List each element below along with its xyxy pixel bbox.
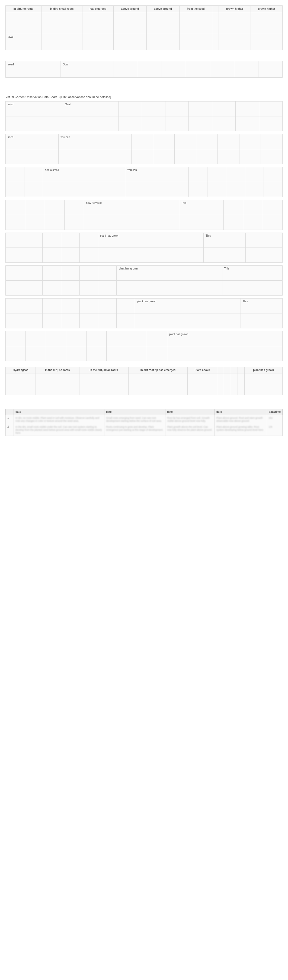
h-r1-1 [6,374,36,395]
b-r5b-3 [43,248,61,263]
b-r1-seed: seed [6,102,63,116]
b-r8-5 [86,331,106,346]
b-r6b-7 [117,281,222,296]
b-r5b-4 [61,248,79,263]
b-r5-this: This [204,233,245,248]
cell-a2-8 [219,34,251,50]
b-r8b-2 [26,346,46,361]
b-r8-3 [46,331,66,346]
b-r8b-8 [147,346,167,361]
b-r5-3 [43,233,61,248]
cell-a1-9 [251,12,282,34]
data-cell-2-2: Roots continuing to grow and develop. Pl… [104,424,165,436]
b-r2-3 [131,134,153,149]
chart-b-section: seed Oval [5,101,283,361]
hydrangeas-header-row: Hydrangeas In the dirt, no roots In the … [6,367,283,374]
b-r6-4 [61,266,79,281]
col-date-3: date [165,409,215,415]
hydrangeas-table: Hydrangeas In the dirt, no roots In the … [5,367,283,395]
b-r8-8 [147,331,167,346]
footer-8 [234,61,258,78]
b-r8b-1 [6,346,26,361]
b-r7-this: This [241,299,282,313]
data-cell-1-5: obs [267,415,283,424]
chart-a-row-2: Oval [6,34,283,50]
cell-a1-8 [219,12,251,34]
b-r3-see-small: see a small [43,167,125,182]
b-r5b-9 [264,248,282,263]
b-r7b-5 [79,313,98,328]
chart-a-footer-row: seed Oval [6,61,283,78]
h-r1-2 [36,374,79,395]
b-r6-this: This [222,266,264,281]
b-r3-8 [245,167,264,182]
col-empty-1 [212,6,219,12]
b-r7-4 [61,299,79,313]
chart-b-row8: plant has grown [5,331,283,361]
b-r1b-1 [6,116,63,131]
b-r7-1 [6,299,24,313]
b-r4b-6 [179,215,224,230]
chart-a-section: In dirt, no roots In dirt, small roots h… [5,5,283,78]
b-r1-7 [212,102,236,116]
col-from-seed: from the seed [179,6,212,12]
cell-a1-1 [6,12,41,34]
b-r3-5 [189,167,207,182]
chart-b-row7: plant has grown This [5,298,283,328]
h-r1-4 [128,374,187,395]
b-r1-6 [189,102,212,116]
b-r2-7 [218,134,239,149]
data-cell-2-4: Plant above ground growing taller. Root … [215,424,267,436]
b-r8-6 [107,331,127,346]
b-r5-9 [264,233,282,248]
b-r6b-5 [79,281,98,296]
col-h-7 [224,367,231,374]
b-r5-4 [61,233,79,248]
b-r2b-6 [196,149,218,164]
b-r1b-5 [165,116,188,131]
b-r3b-5 [189,182,207,197]
b-r1-9 [259,102,282,116]
b-r5b-1 [6,248,24,263]
b-r2-5 [175,134,196,149]
col-h-6 [217,367,224,374]
hydrangeas-section: Hydrangeas In the dirt, no roots In the … [5,367,283,395]
b-r3b-8 [245,182,264,197]
cell-a1-3 [82,12,114,34]
chart-a-header-row: In dirt, no roots In dirt, small roots h… [6,6,283,12]
b-r6b-2 [24,281,43,296]
col-hydrangeas: Hydrangeas [6,367,36,374]
h-r1-7 [224,374,231,395]
footer-5 [162,61,186,78]
col-in-dirt-no-roots: In the dirt, no roots [36,367,79,374]
col-in-dirt-small-roots: In dirt, small roots [41,6,82,12]
b-r3-9 [264,167,282,182]
b-r6-5 [79,266,98,281]
b-r3b-1 [6,182,24,197]
h-r1-6 [217,374,224,395]
col-plant-above: Plant above [188,367,217,374]
b-r8-7 [127,331,147,346]
col-in-dirt-small-roots: In the dirt, small roots [79,367,128,374]
cell-a2-5 [146,34,179,50]
b-r4b-5 [84,215,179,230]
b-r1-5 [165,102,188,116]
b-r4-7 [223,200,243,215]
cell-a1-4 [114,12,146,34]
b-r4b-1 [6,215,25,230]
h-r1-10 [245,374,283,395]
b-r3-7 [226,167,245,182]
b-r8b-7 [127,346,147,361]
b-r4-9 [263,200,282,215]
data-cell-1-2: Small roots emerging from seed. Can see … [104,415,165,424]
col-date-1: date [14,409,104,415]
b-r7b-6 [98,313,117,328]
b-r4b-3 [45,215,64,230]
data-cell-2-5: 1/8 [267,424,283,436]
cell-a1-2 [41,12,82,34]
b-r4-this: This [179,200,224,215]
b-r8b-3 [46,346,66,361]
chart-b-row2: seed You can [5,134,283,164]
data-cell-1-4: Plant above ground. Root and stem growth… [215,415,267,424]
chart-b-row4: now fully see This [5,200,283,230]
